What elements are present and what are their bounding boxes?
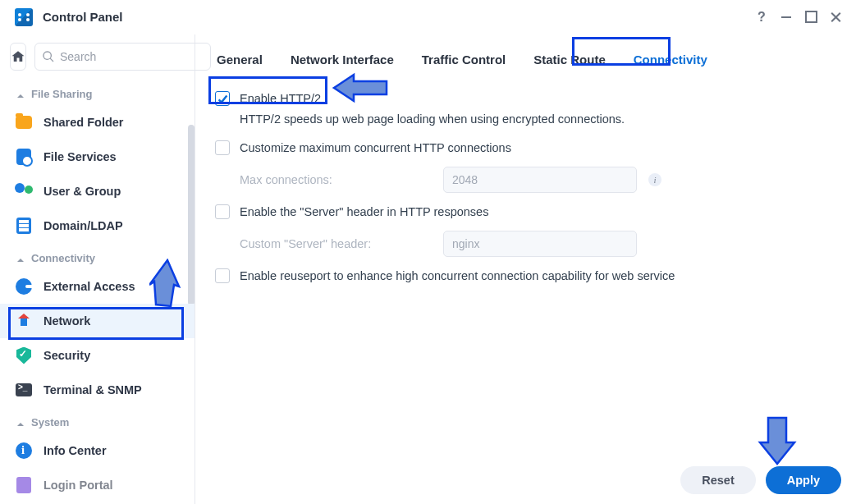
svg-rect-0 xyxy=(21,318,27,326)
section-connectivity[interactable]: Connectivity xyxy=(0,243,195,269)
label-enable-http2: Enable HTTP/2 xyxy=(240,92,321,105)
search-icon xyxy=(42,50,55,63)
checkbox-customize-max[interactable] xyxy=(215,140,230,155)
folder-icon xyxy=(15,113,33,131)
search-input[interactable] xyxy=(60,50,204,63)
label-custom-server: Custom "Server" header: xyxy=(240,237,443,250)
sidebar-item-label: External Access xyxy=(43,280,135,293)
help-button[interactable] xyxy=(749,6,774,29)
maximize-button[interactable] xyxy=(799,6,823,29)
titlebar: Control Panel xyxy=(0,0,856,34)
tab-static-route[interactable]: Static Route xyxy=(532,49,607,70)
label-customize-max: Customize maximum concurrent HTTP connec… xyxy=(240,141,511,154)
app-icon xyxy=(15,8,33,26)
main-panel: General Network Interface Traffic Contro… xyxy=(195,34,856,504)
tab-bar: General Network Interface Traffic Contro… xyxy=(195,34,856,81)
row-reuseport: Enable reuseport to enhance high concurr… xyxy=(215,262,836,290)
checkbox-enable-http2[interactable] xyxy=(215,91,230,106)
close-button[interactable] xyxy=(823,6,848,29)
terminal-icon xyxy=(15,381,33,399)
sidebar-item-terminal-snmp[interactable]: Terminal & SNMP xyxy=(0,373,195,407)
row-enable-http2: Enable HTTP/2 xyxy=(215,85,836,112)
tab-content: Enable HTTP/2 HTTP/2 speeds up web page … xyxy=(195,81,856,504)
sidebar-item-label: Shared Folder xyxy=(43,116,124,129)
checkbox-server-header[interactable] xyxy=(215,204,230,219)
window-title: Control Panel xyxy=(43,10,123,24)
sidebar-item-security[interactable]: Security xyxy=(0,338,195,373)
label-max-connections: Max connections: xyxy=(240,173,443,186)
external-access-icon xyxy=(15,277,33,296)
minimize-button[interactable] xyxy=(774,6,799,29)
home-button[interactable] xyxy=(10,43,26,71)
network-icon xyxy=(15,312,33,330)
sidebar-item-file-services[interactable]: File Services xyxy=(0,140,195,174)
sidebar-item-info-center[interactable]: Info Center xyxy=(0,433,195,468)
tab-connectivity[interactable]: Connectivity xyxy=(632,49,709,70)
section-system[interactable]: System xyxy=(0,407,195,433)
ldap-icon xyxy=(15,217,33,235)
sidebar-item-label: Login Portal xyxy=(43,479,113,492)
checkmark-icon xyxy=(217,94,228,104)
sidebar-item-shared-folder[interactable]: Shared Folder xyxy=(0,105,195,140)
input-max-connections[interactable] xyxy=(443,167,637,193)
info-icon[interactable]: i xyxy=(648,173,661,186)
section-connectivity-label: Connectivity xyxy=(31,252,95,264)
sidebar-item-label: Info Center xyxy=(43,444,107,457)
sidebar-item-label: Network xyxy=(43,314,90,328)
shield-icon xyxy=(15,346,33,364)
search-box[interactable] xyxy=(34,43,211,71)
input-custom-server[interactable] xyxy=(443,231,637,257)
label-server-header: Enable the "Server" header in HTTP respo… xyxy=(240,205,488,218)
row-server-header: Enable the "Server" header in HTTP respo… xyxy=(215,198,836,226)
label-reuseport: Enable reuseport to enhance high concurr… xyxy=(240,269,675,282)
sidebar-item-label: Domain/LDAP xyxy=(43,219,123,232)
section-file-sharing[interactable]: File Sharing xyxy=(0,79,195,105)
apply-button[interactable]: Apply xyxy=(766,466,841,494)
sidebar-item-external-access[interactable]: External Access xyxy=(0,269,195,304)
section-system-label: System xyxy=(31,416,69,428)
row-customize-max: Customize maximum concurrent HTTP connec… xyxy=(215,134,836,162)
sidebar-item-label: User & Group xyxy=(43,185,121,198)
chevron-up-icon xyxy=(16,254,25,263)
row-custom-server-header: Custom "Server" header: xyxy=(215,226,836,262)
row-max-connections: Max connections: i xyxy=(215,162,836,198)
file-services-icon xyxy=(15,148,33,166)
sidebar-item-network[interactable]: Network xyxy=(0,304,195,338)
login-portal-icon xyxy=(15,476,33,494)
reset-button[interactable]: Reset xyxy=(680,466,756,494)
chevron-up-icon xyxy=(16,90,25,99)
users-icon xyxy=(15,182,33,200)
checkbox-reuseport[interactable] xyxy=(215,268,230,283)
sidebar-item-domain-ldap[interactable]: Domain/LDAP xyxy=(0,208,195,243)
sidebar: File Sharing Shared Folder File Services… xyxy=(0,34,195,504)
sidebar-item-label: File Services xyxy=(43,150,117,163)
section-file-sharing-label: File Sharing xyxy=(31,88,92,100)
sidebar-item-label: Security xyxy=(43,349,90,362)
sidebar-item-label: Terminal & SNMP xyxy=(43,383,142,396)
chevron-up-icon xyxy=(16,419,25,427)
footer-buttons: Reset Apply xyxy=(680,466,841,494)
tab-traffic-control[interactable]: Traffic Control xyxy=(420,49,508,70)
tab-network-interface[interactable]: Network Interface xyxy=(289,49,396,70)
tab-general[interactable]: General xyxy=(215,49,264,70)
http2-help-text: HTTP/2 speeds up web page loading when u… xyxy=(215,112,836,134)
sidebar-item-login-portal[interactable]: Login Portal xyxy=(0,468,195,502)
home-icon xyxy=(11,49,25,64)
sidebar-item-user-group[interactable]: User & Group xyxy=(0,174,195,208)
info-icon xyxy=(15,442,33,460)
